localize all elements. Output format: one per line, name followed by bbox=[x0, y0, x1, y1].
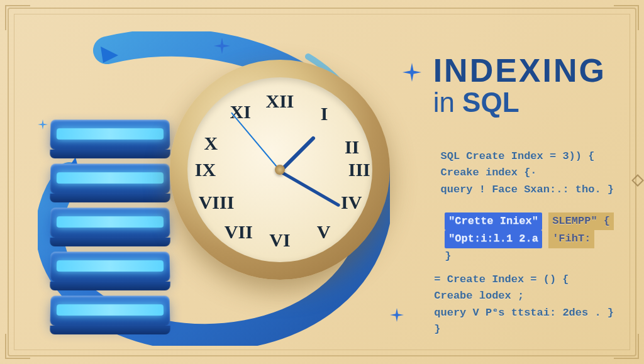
clock-illustration: XII I II III IV V VI VII VIII IX X XI bbox=[170, 60, 390, 280]
clock-numeral-7: VII bbox=[225, 221, 253, 243]
code-line: query V Pᵉs ttstai: 2des . } bbox=[434, 305, 614, 321]
server-unit bbox=[50, 119, 170, 150]
highlighted-token: 'FihT: bbox=[548, 230, 594, 248]
title-main: INDEXING bbox=[433, 52, 606, 89]
clock-numeral-6: VI bbox=[269, 229, 290, 251]
clock-center-pin bbox=[275, 165, 285, 175]
title-sub-prefix: in bbox=[433, 87, 462, 118]
highlighted-token: "Crette Iniex" bbox=[445, 212, 542, 230]
server-unit bbox=[50, 207, 170, 238]
sparkle-icon bbox=[214, 38, 230, 54]
sparkle-icon bbox=[38, 119, 48, 130]
corner-ornament-top-left bbox=[5, 5, 30, 30]
clock-numeral-11: XI bbox=[230, 101, 251, 123]
title-sub-word: SQL bbox=[462, 87, 519, 118]
server-stack-illustration bbox=[50, 119, 176, 339]
title-subtitle: in SQL bbox=[433, 87, 606, 118]
highlighted-token: SLEMPP" { bbox=[548, 212, 614, 230]
clock-face: XII I II III IV V VI VII VIII IX X XI bbox=[187, 77, 372, 262]
clock-second-hand bbox=[231, 112, 280, 170]
server-unit bbox=[50, 295, 170, 326]
sparkle-icon bbox=[390, 308, 404, 322]
code-line: Creake index {· bbox=[441, 165, 614, 181]
code-line: = Create Index = () { bbox=[434, 272, 614, 288]
code-line: Creabe lodex ; bbox=[434, 288, 614, 304]
sparkle-icon bbox=[402, 63, 421, 82]
clock-numeral-12: XII bbox=[265, 91, 294, 112]
clock-numeral-5: V bbox=[317, 221, 331, 243]
code-line: "Crette Iniex" SLEMPP" { bbox=[445, 212, 614, 230]
clock-numeral-9: IX bbox=[195, 159, 216, 180]
corner-ornament-top-right bbox=[614, 5, 639, 30]
clock-numeral-3: III bbox=[348, 159, 370, 180]
clock-numeral-10: X bbox=[204, 133, 218, 154]
code-line: } bbox=[434, 321, 614, 338]
corner-ornament-bottom-right bbox=[614, 334, 639, 359]
code-snippet-3: = Create Index = () { Creabe lodex ; que… bbox=[434, 272, 614, 338]
server-unit bbox=[50, 251, 170, 282]
clock-numeral-4: IV bbox=[341, 192, 362, 213]
code-line: "Opt:i:l.1 2.a 'FihT: bbox=[445, 230, 614, 248]
corner-ornament-bottom-left bbox=[5, 334, 30, 359]
server-unit bbox=[50, 163, 170, 194]
clock-numeral-2: II bbox=[345, 136, 359, 158]
code-snippet-1: SQL Create Index = 3)) { Creake index {·… bbox=[441, 148, 614, 198]
code-snippet-2: "Crette Iniex" SLEMPP" { "Opt:i:l.1 2.a … bbox=[445, 212, 614, 265]
title-block: INDEXING in SQL bbox=[433, 52, 606, 118]
code-line: } bbox=[445, 248, 614, 265]
code-line: query ! Face Sxan:.: tho. } bbox=[441, 182, 614, 198]
highlighted-token: "Opt:i:l.1 2.a bbox=[445, 230, 542, 248]
code-line: SQL Create Index = 3)) { bbox=[441, 148, 614, 165]
clock-numeral-1: I bbox=[321, 103, 328, 124]
clock-minute-hand bbox=[279, 170, 341, 207]
clock-numeral-8: VIII bbox=[199, 192, 235, 213]
